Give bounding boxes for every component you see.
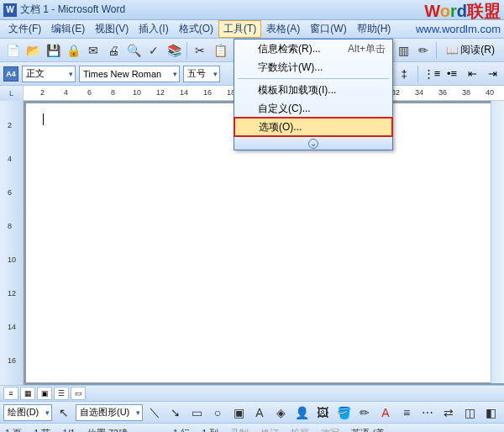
- indent-icon[interactable]: ⇥: [484, 66, 501, 82]
- save-icon[interactable]: 💾: [44, 41, 62, 60]
- watermark: Word联盟 www.wordlm.com: [416, 0, 501, 35]
- wordart-icon[interactable]: A: [250, 403, 269, 422]
- menu-insert[interactable]: 插入(I): [134, 20, 173, 38]
- font-combo[interactable]: Times New Roman: [79, 66, 180, 82]
- menu-item-wordcount[interactable]: 字数统计(W)...: [234, 58, 392, 76]
- status-line: 1 行: [173, 427, 190, 433]
- view-buttons-bar: ≡ ▦ ▣ ☰ ▭: [0, 385, 504, 402]
- menu-item-customize[interactable]: 自定义(C)...: [234, 99, 392, 118]
- drawing-toolbar: 绘图(D) ↖ 自选图形(U) ＼ ➘ ▭ ○ ▣ A ◈ 👤 🖼 🪣 ✏ A …: [0, 402, 504, 424]
- cut-icon[interactable]: ✂: [191, 41, 209, 60]
- open-icon[interactable]: 📂: [24, 41, 42, 60]
- bullet-list-icon[interactable]: •≡: [444, 66, 460, 82]
- status-page: 1 页: [5, 427, 22, 433]
- outdent-icon[interactable]: ⇤: [464, 66, 480, 82]
- ruler-corner: L: [0, 86, 24, 101]
- status-ext[interactable]: 扩展: [291, 427, 309, 433]
- separator: [186, 42, 187, 59]
- web-view-icon[interactable]: ▦: [20, 387, 35, 400]
- clipart-icon[interactable]: 👤: [292, 403, 311, 422]
- copy-icon[interactable]: 📋: [211, 41, 229, 60]
- menu-window[interactable]: 窗口(W): [305, 20, 351, 38]
- line-color-icon[interactable]: ✏: [355, 403, 374, 422]
- print-icon[interactable]: 🖨: [104, 41, 123, 60]
- vertical-ruler[interactable]: 246810121416: [0, 101, 24, 385]
- status-column: 1 列: [202, 427, 218, 433]
- statusbar: 1 页 1 节 1/1 位置 72磅 1 行 1 列 录制 修订 扩展 改写 英…: [0, 424, 504, 432]
- menu-item-research[interactable]: 信息检索(R)...Alt+单击: [234, 40, 392, 58]
- menu-tools[interactable]: 工具(T): [218, 20, 261, 38]
- status-ovr[interactable]: 改写: [321, 427, 339, 433]
- style-combo[interactable]: 正文: [22, 66, 76, 82]
- draw-menu[interactable]: 绘图(D): [3, 404, 52, 421]
- mail-icon[interactable]: ✉: [84, 41, 102, 60]
- status-rec[interactable]: 录制: [230, 427, 249, 433]
- tools-dropdown: 信息检索(R)...Alt+单击 字数统计(W)... 模板和加载项(I)...…: [234, 39, 393, 150]
- menu-format[interactable]: 格式(O): [174, 20, 218, 38]
- font-color-icon[interactable]: A: [376, 403, 395, 422]
- menu-help[interactable]: 帮助(H): [352, 20, 396, 38]
- menu-expand[interactable]: ⌄: [234, 136, 392, 150]
- textbox-icon[interactable]: ▣: [229, 403, 248, 422]
- oval-icon[interactable]: ○: [208, 403, 227, 422]
- outline-view-icon[interactable]: ☰: [54, 387, 69, 400]
- chevron-down-icon: ⌄: [308, 139, 318, 149]
- separator: [238, 78, 389, 79]
- size-combo[interactable]: 五号: [183, 66, 220, 82]
- menu-item-templates[interactable]: 模板和加载项(I)...: [234, 81, 392, 99]
- text-cursor: [43, 113, 44, 125]
- separator: [417, 66, 418, 82]
- arrow-style-icon[interactable]: ⇄: [439, 403, 458, 422]
- rect-icon[interactable]: ▭: [187, 403, 206, 422]
- menu-edit[interactable]: 编辑(E): [46, 20, 90, 38]
- spell-icon[interactable]: ✓: [144, 41, 163, 60]
- columns-icon[interactable]: ▥: [394, 41, 412, 60]
- new-icon[interactable]: 📄: [3, 41, 22, 60]
- picture-icon[interactable]: 🖼: [313, 403, 332, 422]
- reading-view-icon[interactable]: ▭: [71, 387, 86, 400]
- numbered-list-icon[interactable]: ⋮≡: [423, 66, 440, 82]
- menu-item-options[interactable]: 选项(O)...: [234, 117, 393, 137]
- word-app-icon: W: [3, 3, 17, 17]
- separator: [436, 42, 437, 59]
- 3d-icon[interactable]: ◧: [481, 403, 500, 422]
- research-icon[interactable]: 📚: [165, 41, 183, 60]
- permission-icon[interactable]: 🔒: [64, 41, 82, 60]
- fill-color-icon[interactable]: 🪣: [334, 403, 353, 422]
- preview-icon[interactable]: 🔍: [124, 41, 143, 60]
- line-spacing-icon[interactable]: ‡: [396, 66, 412, 82]
- menu-file[interactable]: 文件(F): [3, 20, 46, 38]
- menu-table[interactable]: 表格(A): [261, 20, 305, 38]
- status-position: 位置 72磅: [87, 427, 128, 433]
- arrow-icon[interactable]: ➘: [166, 403, 185, 422]
- shadow-icon[interactable]: ◫: [460, 403, 479, 422]
- status-rev[interactable]: 修订: [260, 427, 279, 433]
- line-icon[interactable]: ＼: [145, 403, 164, 422]
- vertical-scrollbar[interactable]: [491, 101, 504, 383]
- line-style-icon[interactable]: ≡: [397, 403, 416, 422]
- status-lang[interactable]: 英语 (美: [351, 427, 385, 433]
- diagram-icon[interactable]: ◈: [271, 403, 290, 422]
- status-section: 1 节: [34, 427, 50, 433]
- status-pages: 1/1: [62, 428, 75, 432]
- read-button[interactable]: 📖 阅读(R): [440, 41, 501, 60]
- window-title: 文档 1 - Microsoft Word: [20, 3, 125, 17]
- print-view-icon[interactable]: ▣: [37, 387, 52, 400]
- normal-view-icon[interactable]: ≡: [3, 387, 18, 400]
- drawing-icon[interactable]: ✏: [414, 41, 433, 60]
- autoshapes-menu[interactable]: 自选图形(U): [76, 404, 143, 421]
- menu-view[interactable]: 视图(V): [90, 20, 134, 38]
- select-icon[interactable]: ↖: [55, 403, 73, 422]
- dash-style-icon[interactable]: ⋯: [418, 403, 437, 422]
- style-pane-icon[interactable]: A4: [3, 66, 18, 82]
